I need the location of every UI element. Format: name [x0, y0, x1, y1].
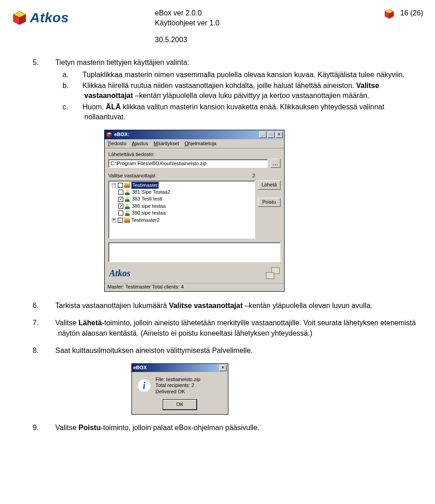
ok-button[interactable]: OK — [163, 400, 197, 410]
cube-icon — [384, 8, 395, 19]
ebox-screenshot: eBOX: _ □ × Tiedosto Ajastus Määritykset… — [104, 130, 423, 292]
file-path-input[interactable]: C:\Program Files\eBOX\out\testiaineisto.… — [108, 159, 268, 168]
step-5b: b.Klikkaa hiirellä ruutua niiden vastaan… — [73, 81, 423, 101]
header-center: eBox ver 2.0.0 Käyttöohjeet ver 1.0 30.5… — [69, 8, 384, 45]
network-icon — [266, 267, 280, 279]
close-button[interactable]: × — [276, 132, 283, 138]
recipients-label: Valitse vastaanottajat — [108, 172, 155, 179]
progress-box — [108, 242, 280, 262]
window-titlebar: eBOX: _ □ × — [105, 130, 284, 139]
status-bar: Master: Testimaster Total clients: 4 — [105, 282, 284, 291]
instructions-list-cont: 6.Tarkista vastaanottajien lukumäärä Val… — [45, 301, 423, 356]
menu-ajastus[interactable]: Ajastus — [132, 140, 148, 147]
dialog-title: eBOX — [133, 364, 219, 371]
checkbox[interactable] — [118, 190, 123, 195]
doc-date: 30.5.2003 — [155, 35, 384, 45]
checkbox[interactable] — [118, 183, 123, 188]
minimize-button[interactable]: _ — [259, 132, 266, 138]
app-icon — [106, 132, 112, 138]
browse-button[interactable]: … — [271, 159, 280, 168]
recipients-count: 2 — [252, 172, 255, 179]
confirmation-dialog: eBOX × i File: testiaineisto.zip Total r… — [131, 363, 228, 415]
doc-title-1: eBox ver 2.0.0 — [155, 8, 384, 18]
menu-maaritykset[interactable]: Määritykset — [154, 140, 179, 147]
folder-icon — [124, 217, 130, 223]
menu-tiedosto[interactable]: Tiedosto — [107, 140, 126, 147]
send-button[interactable]: Lähetä — [258, 181, 280, 190]
checkbox[interactable] — [118, 210, 123, 215]
person-icon — [125, 190, 130, 195]
brand-logo: Atkos — [12, 8, 69, 27]
tree-item[interactable]: 381 Sipe Testaa2 — [118, 189, 254, 196]
step-7: 7.Valitse Lähetä-toiminto, jolloin ainei… — [45, 318, 423, 338]
page-number: 16 (26) — [400, 8, 423, 18]
step-5c: c.Huom. ÄLÄ klikkaa valitun masterin kan… — [73, 102, 423, 122]
instructions-list: 5.Tietyn masterin tiettyjen käyttäjien v… — [45, 58, 423, 122]
window-title: eBOX: — [114, 131, 259, 138]
exit-button[interactable]: Poistu — [258, 198, 280, 207]
person-icon — [125, 204, 130, 209]
menu-ohjelmatietoja[interactable]: Ohjelmatietoja — [184, 140, 216, 147]
recipients-tree[interactable]: − Testimaster — [108, 181, 255, 239]
step-8: 8.Saat kuittausilmoituksen aineiston väl… — [45, 346, 423, 356]
collapse-icon[interactable]: − — [112, 183, 116, 187]
folder-icon — [124, 182, 130, 188]
person-icon — [125, 196, 130, 202]
checkbox-checked[interactable]: ✓ — [118, 197, 123, 202]
step-5: 5.Tietyn masterin tiettyjen käyttäjien v… — [45, 58, 423, 122]
tree-item[interactable]: ✓ 383 Testi testi — [118, 196, 254, 202]
checkbox[interactable] — [118, 218, 123, 223]
header-right: 16 (26) — [384, 8, 423, 19]
brand-label: Atkos — [109, 267, 130, 279]
info-icon: i — [137, 379, 151, 392]
tree-item[interactable]: ✓ 386 sipe testaa — [118, 203, 254, 210]
maximize-button[interactable]: □ — [267, 132, 275, 138]
tree-master-1[interactable]: − Testimaster — [111, 182, 254, 189]
cube-icon — [12, 10, 27, 25]
menu-bar: Tiedosto Ajastus Määritykset Ohjelmatiet… — [105, 139, 284, 148]
instructions-list-end: 9.Valitse Poistu-toiminto, jolloin palaa… — [45, 423, 423, 433]
expand-icon[interactable]: + — [112, 218, 116, 222]
tree-item[interactable]: 390 sipe testaa — [118, 210, 254, 216]
person-icon — [125, 210, 130, 216]
step-6: 6.Tarkista vastaanottajien lukumäärä Val… — [45, 301, 423, 311]
dialog-titlebar: eBOX × — [132, 364, 228, 372]
step-5a: a.Tuplaklikkaa masterin nimen vasemmalla… — [73, 70, 423, 80]
checkbox-checked[interactable]: ✓ — [118, 204, 123, 209]
file-label: Lähetettävä tiedosto: — [108, 151, 280, 158]
step-5-sublist: a.Tuplaklikkaa masterin nimen vasemmalla… — [58, 70, 423, 122]
step-9: 9.Valitse Poistu-toiminto, jolloin palaa… — [45, 423, 423, 433]
dialog-message: File: testiaineisto.zip Total recipients… — [155, 377, 200, 395]
dialog-screenshot: eBOX × i File: testiaineisto.zip Total r… — [131, 363, 423, 415]
tree-master-2[interactable]: + Testimaster2 — [111, 217, 254, 224]
page-header: Atkos eBox ver 2.0.0 Käyttöohjeet ver 1.… — [12, 8, 423, 45]
close-button[interactable]: × — [219, 365, 227, 371]
doc-title-2: Käyttöohjeet ver 1.0 — [155, 18, 384, 28]
brand-name: Atkos — [30, 8, 69, 27]
ebox-window: eBOX: _ □ × Tiedosto Ajastus Määritykset… — [104, 130, 285, 292]
